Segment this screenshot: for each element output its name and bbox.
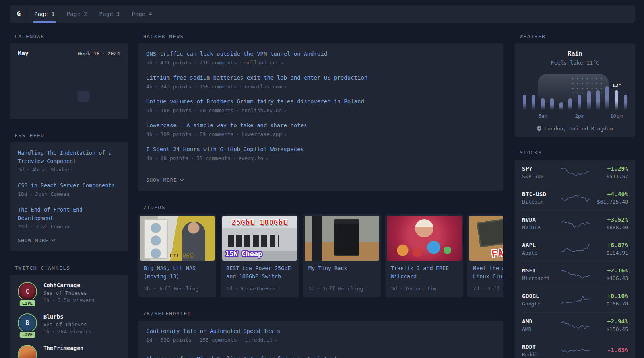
stock-row[interactable]: NVDA NVIDIA +3.52% $888.40 [522, 210, 628, 236]
weather-temp-bar [605, 86, 609, 110]
news-item-title[interactable]: DNS traffic can leak outside the VPN tun… [146, 50, 495, 58]
page-tab[interactable]: Page 1 [28, 5, 61, 23]
video-title[interactable]: My Tiny Rack [308, 264, 375, 272]
right-column: WEATHER Rain Feels like 11°C 12° 6am2pm1… [515, 33, 635, 358]
stock-row[interactable]: MSFT Microsoft +2.16% $406.43 [522, 261, 628, 287]
source-domain-link[interactable]: newatlas.com [244, 84, 282, 90]
weather-location: London, United Kingdom [544, 126, 613, 132]
app-logo[interactable]: G [10, 5, 28, 23]
calendar-day[interactable] [91, 103, 106, 114]
videos-widget: VIDEOS LIL NAS Big NAS, Lil NAS (moving … [138, 204, 503, 297]
video-title[interactable]: Meet the new Linux Cluster… [473, 264, 503, 281]
calendar-day[interactable] [33, 91, 47, 102]
stock-symbol: NVDA [522, 216, 559, 223]
twitch-channel-row[interactable]: B LIVE Blurbs Sea of Thieves 1h·264 view… [18, 313, 120, 335]
weather-temp-bar [578, 95, 581, 110]
calendar-day[interactable] [62, 78, 76, 90]
rss-item-title[interactable]: The End of Front-End Development [18, 206, 120, 222]
stock-row[interactable]: BTC-USD Bitcoin +4.40% $61,725.48 [522, 185, 628, 210]
news-item-meta: 4h·88 points·58 comments·every.to↗ [146, 155, 495, 161]
twitch-channel-row[interactable]: LIVE ThePrimeagen [18, 345, 120, 358]
separator-dot: · [102, 51, 105, 56]
separator-dot: · [52, 329, 55, 335]
calendar-day[interactable] [76, 78, 91, 90]
stock-sparkline [559, 267, 592, 282]
calendar-date-grid [18, 78, 120, 114]
calendar-day[interactable] [62, 103, 76, 114]
video-card[interactable]: My Tiny Rack 3d·Jeff Geerling [303, 214, 381, 297]
rss-item-title[interactable]: CSS in React Server Components [18, 181, 120, 190]
video-card[interactable]: Traefik 3 and FREE Wildcard… 3d·Techno T… [385, 214, 463, 297]
source-domain-link[interactable]: mullvad.net [244, 60, 279, 66]
calendar-day[interactable] [77, 91, 90, 102]
video-meta: 1d·ServeTheHome [226, 281, 293, 292]
channel-avatar [19, 346, 36, 358]
news-item-title[interactable]: Showcase of my Mixed Reality Interface f… [146, 355, 495, 358]
calendar-day[interactable] [62, 91, 76, 102]
calendar-day[interactable] [76, 103, 91, 114]
calendar-day[interactable] [105, 103, 120, 114]
calendar-day[interactable] [18, 78, 33, 90]
calendar-day[interactable] [47, 78, 62, 90]
calendar-day[interactable] [105, 91, 120, 102]
video-thumbnail[interactable] [305, 216, 379, 261]
separator-dot: · [239, 337, 242, 343]
stock-row[interactable]: SPY S&P 500 +1.29% $511.57 [522, 160, 628, 185]
hackernews-show-more-button[interactable]: SHOW MORE [146, 177, 184, 183]
source-domain-link[interactable]: english.nv.ua [242, 107, 282, 113]
weather-temp-bar [596, 90, 600, 110]
news-item-title[interactable]: Lowercase – A simple way to take and sha… [146, 121, 495, 129]
video-meta: 3h·Jeff Geerling [144, 281, 211, 292]
calendar-day-headers [18, 63, 120, 72]
stock-change: +6.87% [592, 242, 628, 248]
page-tab[interactable]: Page 2 [61, 5, 93, 23]
rss-item-title[interactable]: Handling The Indentation of a Treeview C… [18, 149, 120, 165]
news-item-title[interactable]: Cautionary Tale on Automated Speed Tests [146, 327, 495, 335]
news-item-title[interactable]: Unique volumes of Brothers Grimm fairy t… [146, 97, 495, 105]
weather-temp-label: 12° [612, 82, 621, 88]
stock-company: Google [522, 301, 559, 307]
calendar-day[interactable] [47, 91, 62, 102]
stock-row[interactable]: GOOGL Google +0.10% $166.78 [522, 287, 628, 312]
rss-show-more-button[interactable]: SHOW MORE [18, 237, 56, 243]
stock-company: AMD [522, 326, 559, 332]
video-thumbnail[interactable] [387, 216, 462, 261]
video-card[interactable]: 25GbE 100GbE15W Cheap BEST Low Power 25G… [221, 214, 299, 297]
calendar-day[interactable] [105, 78, 120, 90]
hackernews-section-title: HACKER NEWS [143, 33, 503, 39]
video-title[interactable]: Big NAS, Lil NAS (moving 13) [144, 264, 211, 281]
calendar-day[interactable] [18, 91, 33, 102]
twitch-channel-row[interactable]: C LIVE CohhCarnage Sea of Thieves 1h·5.5… [18, 282, 120, 303]
news-item-title[interactable]: I Spent 24 Hours with GitHub Copilot Wor… [146, 145, 495, 153]
stock-company: NVIDIA [522, 224, 559, 230]
calendar-day[interactable] [91, 78, 106, 90]
calendar-day[interactable] [33, 103, 47, 114]
news-item-title[interactable]: Lithium-free sodium batteries exit the l… [146, 74, 495, 82]
stock-symbol: AMD [522, 318, 559, 325]
weather-hourly-chart: 12° [523, 75, 627, 110]
source-domain-link[interactable]: i.redd.it [244, 337, 272, 343]
news-item: I Spent 24 Hours with GitHub Copilot Wor… [146, 145, 495, 161]
stock-row[interactable]: AMD AMD +2.94% $150.45 [522, 312, 628, 338]
source-domain-link[interactable]: lowercase.app [242, 131, 282, 137]
stock-sparkline [559, 242, 592, 256]
page-tab[interactable]: Page 4 [126, 5, 158, 23]
video-card[interactable]: FAST Meet the new Linux Cluster… 7d·Jeff… [467, 214, 503, 297]
news-item: Lowercase – A simple way to take and sha… [146, 121, 495, 137]
video-title[interactable]: BEST Low Power 25GbE and 100GbE Switch… [226, 264, 293, 281]
calendar-day[interactable] [91, 91, 106, 102]
source-domain-link[interactable]: every.to [239, 155, 264, 161]
video-thumbnail[interactable]: FAST [469, 216, 503, 261]
page-tab[interactable]: Page 3 [93, 5, 126, 23]
calendar-day[interactable] [33, 78, 47, 90]
stock-row[interactable]: AAPL Apple +6.87% $184.91 [522, 236, 628, 261]
stock-row[interactable]: RDDT Reddit -1.65% [522, 338, 628, 358]
video-card[interactable]: LIL NAS Big NAS, Lil NAS (moving 13) 3h·… [138, 214, 216, 297]
calendar-day[interactable] [18, 103, 33, 114]
calendar-day[interactable] [47, 103, 62, 114]
calendar-day-header [47, 63, 62, 72]
video-thumbnail[interactable]: LIL NAS [140, 216, 215, 261]
thumbnail-text: LIL NAS [169, 253, 194, 259]
video-thumbnail[interactable]: 25GbE 100GbE15W Cheap [222, 216, 297, 261]
video-title[interactable]: Traefik 3 and FREE Wildcard… [391, 264, 458, 281]
